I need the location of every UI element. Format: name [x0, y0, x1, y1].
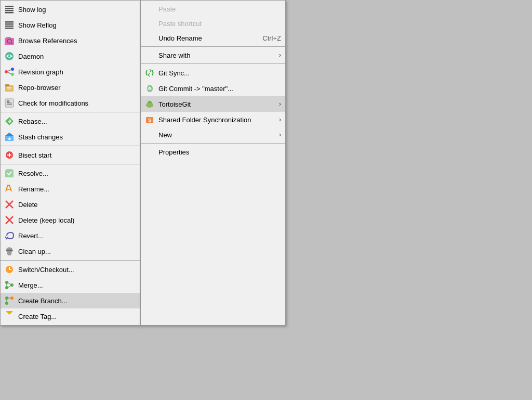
switch-checkout-label: Switch/Checkout...	[18, 266, 136, 274]
menu-item-show-log[interactable]: Show log	[1, 2, 140, 17]
share-with-submenu-arrow: ›	[279, 51, 281, 59]
clean-up-label: Clean up...	[18, 248, 136, 255]
svg-rect-7	[5, 28, 14, 29]
menu-separator	[141, 143, 285, 144]
menu-item-clean-up[interactable]: Clean up...	[1, 243, 140, 259]
menu-item-browse-references[interactable]: Browse References	[1, 33, 140, 48]
rebase-label: Rebase...	[18, 118, 136, 125]
repo-browser-icon	[4, 82, 15, 93]
paste-label: Paste	[158, 5, 281, 13]
menu-item-create-tag[interactable]: Create Tag...	[1, 308, 140, 324]
menu-item-git-commit[interactable]: Git Commit -> "master"...	[141, 81, 285, 96]
undo-rename-label: Undo Rename	[158, 34, 247, 42]
delete-keep-local-icon	[4, 214, 15, 226]
menu-separator	[141, 46, 285, 47]
svg-point-16	[11, 73, 14, 76]
menu-item-revision-graph[interactable]: Revision graph	[1, 64, 140, 80]
menu-item-share-with[interactable]: Share with›	[141, 48, 285, 62]
svg-point-13	[8, 55, 10, 57]
svg-text:S: S	[148, 118, 151, 123]
svg-line-40	[8, 282, 11, 285]
svg-point-44	[5, 302, 8, 305]
menu-separator	[1, 164, 140, 164]
left-context-menu: Show logShow ReflogBrowse ReferencesDaem…	[0, 0, 140, 326]
switch-checkout-icon	[4, 264, 15, 275]
delete-icon	[4, 199, 15, 210]
bisect-start-icon	[4, 149, 15, 161]
rename-icon	[4, 183, 15, 195]
svg-rect-1	[5, 8, 14, 9]
daemon-label: Daemon	[18, 53, 136, 60]
context-menu-container: Show logShow ReflogBrowse ReferencesDaem…	[0, 0, 286, 326]
svg-rect-3	[5, 12, 14, 14]
menu-item-resolve[interactable]: Resolve...	[1, 165, 140, 181]
menu-item-git-sync[interactable]: Git Sync...	[141, 65, 285, 81]
show-reflog-label: Show Reflog	[18, 21, 136, 29]
menu-item-rename[interactable]: Rename...	[1, 181, 140, 197]
merge-icon	[4, 279, 15, 291]
check-modifications-icon	[4, 97, 15, 109]
menu-item-paste: Paste	[141, 2, 285, 16]
undo-rename-shortcut: Ctrl+Z	[262, 34, 281, 42]
tortoisegit-label: TortoiseGit	[158, 100, 274, 108]
menu-item-shared-folder-sync[interactable]: SShared Folder Synchronization›	[141, 112, 285, 127]
svg-rect-47	[6, 311, 13, 315]
svg-point-43	[10, 296, 14, 300]
resolve-label: Resolve...	[18, 170, 136, 177]
show-reflog-icon	[4, 19, 15, 31]
menu-item-rebase[interactable]: Rebase...	[1, 113, 140, 129]
share-with-label: Share with	[158, 51, 274, 59]
menu-item-check-modifications[interactable]: Check for modifications	[1, 95, 140, 111]
delete-label: Delete	[18, 201, 136, 209]
stash-changes-icon	[4, 131, 15, 143]
stash-changes-label: Stash changes	[18, 133, 136, 141]
svg-rect-20	[5, 84, 9, 86]
shared-folder-sync-icon: S	[144, 114, 155, 125]
merge-label: Merge...	[18, 281, 136, 289]
svg-rect-0	[5, 6, 14, 7]
svg-line-18	[8, 72, 11, 74]
show-log-label: Show log	[18, 6, 136, 14]
new-label: New	[158, 131, 274, 139]
menu-item-new[interactable]: New›	[141, 127, 285, 142]
menu-separator	[1, 260, 140, 261]
svg-rect-6	[5, 25, 14, 27]
shared-folder-sync-submenu-arrow: ›	[279, 116, 281, 123]
paste-shortcut-label: Paste shortcut	[158, 20, 281, 28]
repo-browser-label: Repo-browser	[18, 84, 136, 92]
rebase-icon	[4, 115, 15, 127]
menu-item-stash-changes[interactable]: Stash changes	[1, 129, 140, 145]
create-branch-label: Create Branch...	[18, 297, 136, 305]
svg-line-17	[8, 70, 11, 71]
menu-item-tortoisegit[interactable]: TortoiseGit›	[141, 96, 285, 112]
svg-rect-9	[6, 37, 11, 38]
check-modifications-label: Check for modifications	[18, 99, 136, 107]
daemon-icon	[4, 50, 15, 62]
delete-keep-local-label: Delete (keep local)	[18, 216, 136, 224]
svg-rect-5	[5, 23, 14, 25]
new-submenu-arrow: ›	[279, 131, 281, 138]
menu-separator	[141, 63, 285, 64]
resolve-icon	[4, 167, 15, 179]
show-log-icon	[4, 4, 15, 15]
git-sync-label: Git Sync...	[158, 69, 281, 77]
browse-references-label: Browse References	[18, 37, 136, 45]
menu-item-undo-rename[interactable]: Undo RenameCtrl+Z	[141, 31, 285, 45]
menu-item-merge[interactable]: Merge...	[1, 277, 140, 293]
menu-item-switch-checkout[interactable]: Switch/Checkout...	[1, 262, 140, 277]
svg-point-15	[11, 68, 14, 71]
menu-item-daemon[interactable]: Daemon	[1, 48, 140, 64]
revision-graph-label: Revision graph	[18, 68, 136, 76]
menu-item-delete-keep-local[interactable]: Delete (keep local)	[1, 212, 140, 228]
revision-graph-icon	[4, 66, 15, 78]
menu-item-repo-browser[interactable]: Repo-browser	[1, 80, 140, 95]
menu-item-properties[interactable]: Properties	[141, 145, 285, 159]
create-tag-label: Create Tag...	[18, 313, 136, 320]
shared-folder-sync-label: Shared Folder Synchronization	[158, 116, 274, 124]
menu-item-bisect-start[interactable]: Bisect start	[1, 147, 140, 163]
svg-point-50	[148, 103, 152, 106]
menu-item-delete[interactable]: Delete	[1, 197, 140, 212]
menu-item-show-reflog[interactable]: Show Reflog	[1, 17, 140, 33]
menu-item-revert[interactable]: Revert...	[1, 228, 140, 243]
menu-item-create-branch[interactable]: Create Branch...	[1, 293, 140, 308]
